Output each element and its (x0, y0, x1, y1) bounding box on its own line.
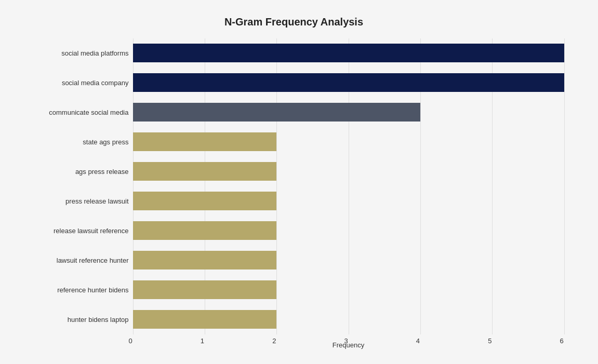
bar (133, 44, 564, 62)
bar-row (133, 218, 564, 244)
bar (133, 280, 277, 299)
bar-row (133, 158, 564, 184)
x-tick: 4 (416, 337, 420, 345)
y-label: social media platforms (24, 38, 129, 68)
x-tick: 1 (201, 337, 204, 345)
bars-grid (133, 38, 564, 334)
bar (133, 162, 277, 181)
bar-row (133, 70, 564, 96)
bar (133, 103, 420, 122)
x-tick: 5 (488, 337, 491, 345)
chart-area: social media platformssocial media compa… (24, 38, 564, 319)
y-labels: social media platformssocial media compa… (24, 38, 133, 334)
bar (133, 251, 277, 269)
bar-row (133, 247, 564, 273)
bar-row (133, 129, 564, 155)
y-label: hunter bidens laptop (24, 305, 129, 334)
bar (133, 192, 277, 210)
y-label: reference hunter bidens (24, 275, 129, 305)
bar-row (133, 277, 564, 303)
x-tick: 6 (560, 337, 564, 345)
y-label: ags press release (24, 157, 129, 186)
chart-title: N-Gram Frequency Analysis (24, 16, 564, 28)
bar-row (133, 306, 564, 332)
bar (133, 132, 277, 151)
x-tick: 2 (272, 337, 276, 345)
grid-line (564, 38, 565, 334)
bar-row (133, 188, 564, 214)
x-axis-label: Frequency (133, 341, 564, 349)
y-label: lawsuit reference hunter (24, 246, 129, 275)
y-label: social media company (24, 68, 129, 98)
y-label: release lawsuit reference (24, 216, 129, 246)
bar-row (133, 99, 564, 125)
y-label: communicate social media (24, 98, 129, 127)
bar (133, 73, 564, 92)
x-tick: 0 (129, 337, 132, 345)
bar (133, 221, 277, 240)
chart-container: N-Gram Frequency Analysis social media p… (14, 6, 585, 359)
x-tick: 3 (344, 337, 348, 345)
bar-row (133, 40, 564, 66)
bars-section: social media platformssocial media compa… (24, 38, 564, 334)
y-label: press release lawsuit (24, 186, 129, 216)
y-label: state ags press (24, 127, 129, 157)
bar (133, 310, 277, 329)
